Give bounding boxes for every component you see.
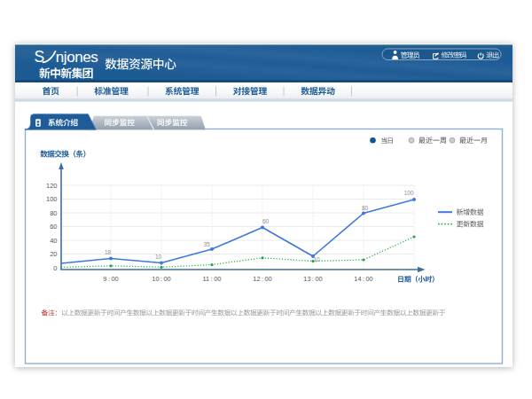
svg-text:100: 100 xyxy=(404,190,414,196)
svg-text:60: 60 xyxy=(50,223,57,231)
svg-text:20: 20 xyxy=(50,250,57,258)
svg-text:10 : 00: 10 : 00 xyxy=(152,275,170,283)
svg-text:13 : 00: 13 : 00 xyxy=(303,275,322,283)
svg-text:18: 18 xyxy=(105,249,112,255)
svg-text:njones: njones xyxy=(56,49,98,66)
svg-text:12 : 00: 12 : 00 xyxy=(253,275,271,283)
svg-text:35: 35 xyxy=(203,241,210,247)
svg-text:100: 100 xyxy=(46,195,58,203)
svg-text:11 : 00: 11 : 00 xyxy=(203,275,222,283)
svg-text:10: 10 xyxy=(313,256,320,262)
svg-text:14 : 00: 14 : 00 xyxy=(354,275,372,283)
svg-text:9 : 00: 9 : 00 xyxy=(103,275,118,283)
svg-text:40: 40 xyxy=(50,237,57,245)
svg-text:10: 10 xyxy=(155,254,162,260)
svg-text:80: 80 xyxy=(362,205,369,211)
svg-text:120: 120 xyxy=(46,182,58,190)
svg-text:80: 80 xyxy=(50,209,57,217)
svg-text:0: 0 xyxy=(53,264,57,272)
svg-text:60: 60 xyxy=(262,218,270,224)
